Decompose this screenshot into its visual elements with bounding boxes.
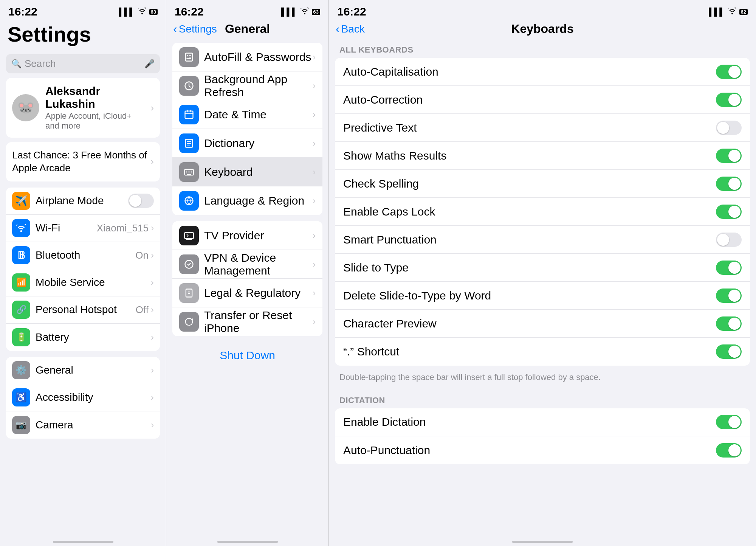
wifi-row-icon xyxy=(12,219,30,237)
svg-rect-0 xyxy=(186,53,193,61)
shortcut-note: Double-tapping the space bar will insert… xyxy=(329,369,756,389)
user-card[interactable]: 🐭 Aleksandr Lukashin Apple Account, iClo… xyxy=(6,78,160,138)
home-bar-3 xyxy=(512,541,573,543)
wifi-value: Xiaomi_515 xyxy=(97,222,149,234)
kb-row-dictation[interactable]: Enable Dictation xyxy=(335,408,750,436)
toggle-maths[interactable] xyxy=(716,149,742,163)
transfer-chevron: › xyxy=(313,316,316,327)
toggle-shortcut[interactable] xyxy=(716,344,742,359)
settings-row-mobile[interactable]: 📶 Mobile Service › xyxy=(6,269,160,296)
back-chevron-keyboards: ‹ xyxy=(336,22,340,36)
settings-row-general[interactable]: ⚙️ General › xyxy=(6,357,160,384)
back-label-keyboards[interactable]: Back xyxy=(341,23,365,35)
hotspot-value: Off xyxy=(136,304,149,316)
toggle-charpreview[interactable] xyxy=(716,316,742,331)
kb-label-autopunct: Auto-Punctuation xyxy=(343,444,716,457)
general-item-datetime[interactable]: Date & Time › xyxy=(172,100,322,129)
kb-row-autocap[interactable]: Auto-Capitalisation xyxy=(335,58,750,86)
microphone-icon: 🎤 xyxy=(144,59,155,69)
dictionary-label: Dictionary xyxy=(204,137,313,150)
general-item-language[interactable]: Language & Region › xyxy=(172,186,322,215)
panel-keyboards: 16:22 ▌▌▌ 62 ‹ Back Keyboards ALL KEYBOA… xyxy=(329,0,756,546)
accessibility-chevron: › xyxy=(151,392,154,403)
general-icon: ⚙️ xyxy=(12,361,30,379)
battery-label: Battery xyxy=(36,331,151,343)
promo-card[interactable]: Last Chance: 3 Free Months of Apple Arca… xyxy=(6,142,160,181)
hotspot-icon: 🔗 xyxy=(12,301,30,319)
hotspot-chevron: › xyxy=(151,304,154,315)
status-icons-3: ▌▌▌ 62 xyxy=(709,8,748,16)
status-bar-3: 16:22 ▌▌▌ 62 xyxy=(329,0,756,20)
wifi-icon-3 xyxy=(728,8,736,16)
transfer-label: Transfer or Reset iPhone xyxy=(204,309,313,335)
kb-row-autocorrect[interactable]: Auto-Correction xyxy=(335,86,750,114)
dictionary-icon xyxy=(179,133,199,153)
settings-row-camera[interactable]: 📷 Camera › xyxy=(6,411,160,439)
general-item-vpn[interactable]: VPN & Device Management › xyxy=(172,250,322,279)
tvprovider-chevron: › xyxy=(313,230,316,241)
camera-icon: 📷 xyxy=(12,416,30,434)
kb-label-capslock: Enable Caps Lock xyxy=(343,205,716,218)
home-indicator-3 xyxy=(329,531,756,546)
settings-row-accessibility[interactable]: ♿ Accessibility › xyxy=(6,384,160,411)
general-item-bgrefresh[interactable]: Background App Refresh › xyxy=(172,71,322,100)
general-item-legal[interactable]: Legal & Regulatory › xyxy=(172,279,322,307)
kb-row-shortcut[interactable]: “.” Shortcut xyxy=(335,338,750,366)
user-info: Aleksandr Lukashin Apple Account, iCloud… xyxy=(45,85,144,131)
kb-row-autopunct[interactable]: Auto-Punctuation xyxy=(335,436,750,464)
kb-row-maths[interactable]: Show Maths Results xyxy=(335,142,750,170)
toggle-spelling[interactable] xyxy=(716,177,742,191)
toggle-autocap[interactable] xyxy=(716,65,742,79)
kb-label-dictation: Enable Dictation xyxy=(343,416,716,428)
toggle-autocorrect[interactable] xyxy=(716,93,742,107)
bgrefresh-icon xyxy=(179,76,199,96)
settings-row-hotspot[interactable]: 🔗 Personal Hotspot Off › xyxy=(6,296,160,324)
search-bar[interactable]: 🔍 Search 🎤 xyxy=(6,54,160,73)
nav-back-keyboards[interactable]: ‹ Back xyxy=(336,22,365,36)
airplane-toggle[interactable] xyxy=(128,194,154,208)
settings-row-wifi[interactable]: Wi-Fi Xiaomi_515 › xyxy=(6,215,160,242)
kb-row-predictive[interactable]: Predictive Text xyxy=(335,114,750,142)
general-item-dictionary[interactable]: Dictionary › xyxy=(172,129,322,158)
kb-row-charpreview[interactable]: Character Preview xyxy=(335,310,750,338)
general-item-autofill[interactable]: AutoFill & Passwords › xyxy=(172,43,322,71)
settings-row-battery[interactable]: 🔋 Battery › xyxy=(6,324,160,351)
general-item-tvprovider[interactable]: TV Provider › xyxy=(172,221,322,250)
bgrefresh-label: Background App Refresh xyxy=(204,73,313,99)
vpn-chevron: › xyxy=(313,259,316,270)
kb-row-deleteslide[interactable]: Delete Slide-to-Type by Word xyxy=(335,282,750,310)
toggle-autopunct[interactable] xyxy=(716,443,742,458)
toggle-predictive[interactable] xyxy=(716,121,742,135)
toggle-deleteslide[interactable] xyxy=(716,289,742,303)
kb-label-autocorrect: Auto-Correction xyxy=(343,93,716,106)
toggle-slidetype[interactable] xyxy=(716,261,742,275)
back-chevron-general: ‹ xyxy=(173,22,177,36)
wifi-icon-1 xyxy=(138,8,146,16)
general-item-transfer[interactable]: Transfer or Reset iPhone › xyxy=(172,307,322,336)
toggle-capslock[interactable] xyxy=(716,205,742,219)
kb-row-smartpunct[interactable]: Smart Punctuation xyxy=(335,226,750,254)
tvprovider-label: TV Provider xyxy=(204,229,313,242)
nav-back-general[interactable]: ‹ Settings xyxy=(173,22,217,36)
mobile-label: Mobile Service xyxy=(36,276,151,289)
kb-row-spelling[interactable]: Check Spelling xyxy=(335,170,750,198)
back-label-general[interactable]: Settings xyxy=(179,23,217,35)
datetime-label: Date & Time xyxy=(204,108,313,121)
kb-row-capslock[interactable]: Enable Caps Lock xyxy=(335,198,750,226)
bluetooth-chevron: › xyxy=(151,250,154,261)
tvprovider-icon xyxy=(179,226,199,245)
settings-row-bluetooth[interactable]: 𝔹 Bluetooth On › xyxy=(6,242,160,269)
legal-icon xyxy=(179,283,199,303)
general-item-keyboard[interactable]: Keyboard › xyxy=(172,158,322,186)
avatar: 🐭 xyxy=(12,94,39,121)
toggle-dictation[interactable] xyxy=(716,415,742,429)
settings-row-airplane[interactable]: ✈️ Airplane Mode xyxy=(6,188,160,215)
camera-chevron: › xyxy=(151,420,154,430)
accessibility-icon: ♿ xyxy=(12,388,30,406)
kb-row-slidetype[interactable]: Slide to Type xyxy=(335,254,750,282)
toggle-smartpunct[interactable] xyxy=(716,233,742,247)
status-bar-1: 16:22 ▌▌▌ 63 xyxy=(0,0,166,20)
shutdown-button[interactable]: Shut Down xyxy=(166,342,328,369)
search-placeholder: Search xyxy=(25,58,141,70)
panel-settings: 16:22 ▌▌▌ 63 Settings 🔍 Search 🎤 🐭 Aleks… xyxy=(0,0,166,546)
